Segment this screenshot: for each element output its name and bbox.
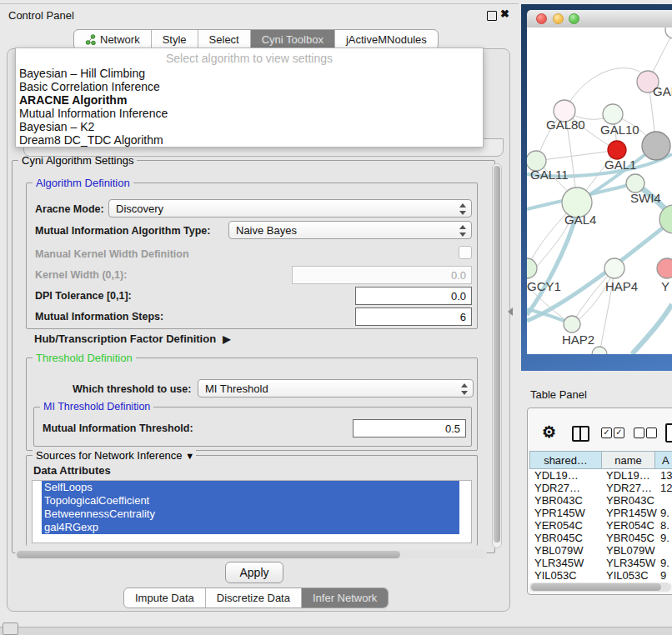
cell-value: 9. <box>660 532 669 544</box>
columns-icon[interactable] <box>572 426 589 442</box>
cell-shared: YER054C <box>534 519 583 532</box>
tab-jactivemnodules[interactable]: jActiveMNodules <box>334 30 438 49</box>
table-row[interactable]: YPR145WYPR145W9. <box>529 507 672 519</box>
tab-discretize-data[interactable]: Discretize Data <box>205 588 301 608</box>
mi-steps-field[interactable]: 6 <box>355 308 472 326</box>
checked-checkbox-icon[interactable]: ✓ <box>614 428 624 438</box>
tab-cyni-toolbox-label: Cyni Toolbox <box>262 33 323 46</box>
checked-checkbox-icon[interactable]: ✓ <box>601 428 612 438</box>
network-node-hap2[interactable] <box>564 316 580 332</box>
collapse-arrow-icon[interactable]: ▼ <box>185 451 194 461</box>
network-node-gcy1[interactable] <box>527 258 537 278</box>
bottom-left-mini-button[interactable] <box>3 622 18 635</box>
hub-transcription-expander[interactable]: Hub/Transcription Factor Definition▶ <box>34 332 230 345</box>
network-canvas[interactable]: GAL GAL80 GAL10 GAL1 GAL11 SWI4 GAL4 GCY… <box>527 28 672 354</box>
tab-network[interactable]: Network <box>74 30 151 49</box>
tab-impute-data[interactable]: Impute Data <box>124 588 205 608</box>
mi-algorithm-type-label: Mutual Information Algorithm Type: <box>35 225 210 237</box>
data-attribute-item[interactable]: TopologicalCoefficient <box>42 494 459 508</box>
dpi-tolerance-field[interactable]: 0.0 <box>355 287 472 305</box>
close-icon[interactable]: ✖ <box>500 8 509 20</box>
network-node-gal10[interactable] <box>603 104 623 124</box>
algorithm-definition-title: Algorithm Definition <box>33 177 133 189</box>
traffic-light-minimize-icon[interactable] <box>553 13 564 24</box>
algorithm-option[interactable]: Basic Correlation Inference <box>16 80 483 93</box>
data-attribute-item[interactable]: gal4RGexp <box>42 521 459 534</box>
mi-threshold-field[interactable]: 0.5 <box>353 419 466 438</box>
data-attribute-item[interactable]: BetweennessCentrality <box>42 508 459 521</box>
network-node[interactable] <box>665 28 672 38</box>
cell-value: 9 <box>660 569 666 582</box>
cell-value: 8. <box>660 519 669 532</box>
mi-algorithm-type-select[interactable]: Naive Bayes <box>228 221 472 239</box>
algorithm-option[interactable]: Dream8 DC_TDC Algorithm <box>16 133 483 147</box>
table-row[interactable]: YBR045CYBR045C9. <box>529 532 672 544</box>
tab-select-label: Select <box>209 33 239 46</box>
column-header-shared-label: shared… <box>544 454 588 467</box>
node-label: GAL1 <box>604 158 636 172</box>
column-header-name-label: name <box>614 454 642 467</box>
node-label: GAL <box>653 84 672 98</box>
network-node-hap4[interactable] <box>604 258 624 278</box>
table-row[interactable]: YIL053CYIL053C9 <box>529 569 672 582</box>
network-node-swi4[interactable] <box>626 174 644 192</box>
column-header-name[interactable]: name <box>601 451 655 469</box>
which-threshold-label: Which threshold to use: <box>73 383 191 395</box>
settings-vertical-scrollbar[interactable] <box>492 163 502 548</box>
tab-infer-network[interactable]: Infer Network <box>301 588 388 608</box>
cell-name: YLR345W <box>606 557 655 569</box>
table-row[interactable]: YBR043CYBR043C <box>529 494 672 507</box>
threshold-definition-title: Threshold Definition <box>33 352 136 364</box>
panel-divider-collapse-icon[interactable] <box>508 308 513 316</box>
which-threshold-select[interactable]: MI Threshold <box>198 379 474 398</box>
algorithm-option[interactable]: Mutual Information Inference <box>16 107 483 120</box>
aracne-mode-select[interactable]: Discovery <box>108 199 472 218</box>
column-header-shared[interactable]: shared… <box>529 451 602 469</box>
table-scrollbar-thumb[interactable] <box>531 583 661 591</box>
network-edge[interactable] <box>564 68 648 111</box>
settings-horizontal-scrollbar[interactable] <box>15 550 487 559</box>
network-graph: GAL GAL80 GAL10 GAL1 GAL11 SWI4 GAL4 GCY… <box>527 28 672 354</box>
unchecked-checkbox-icon[interactable] <box>634 428 644 438</box>
network-window-titlebar[interactable] <box>527 10 672 28</box>
tab-cyni-toolbox[interactable]: Cyni Toolbox <box>250 30 334 49</box>
tab-infer-network-label: Infer Network <box>313 592 377 604</box>
tab-select[interactable]: Select <box>198 30 250 49</box>
tab-style[interactable]: Style <box>151 30 198 49</box>
data-attribute-item[interactable]: SelfLoops <box>42 481 459 494</box>
traffic-light-close-icon[interactable] <box>536 13 547 24</box>
table-row[interactable]: YBL079WYBL079W <box>529 544 672 557</box>
algorithm-option[interactable]: Bayesian – Hill Climbing <box>16 67 483 80</box>
manual-kernel-checkbox[interactable] <box>459 246 472 259</box>
application-root: Control Panel ✖ Network Style Select Cyn… <box>0 0 672 635</box>
cell-shared: YDL19… <box>534 469 579 482</box>
mi-threshold-value: 0.5 <box>445 422 460 435</box>
apply-button[interactable]: Apply <box>225 562 283 583</box>
document-icon[interactable] <box>665 423 672 442</box>
network-node-y-cut[interactable] <box>657 258 672 278</box>
gear-icon[interactable]: ⚙ <box>542 422 556 442</box>
algorithm-option[interactable]: Bayesian – K2 <box>16 120 483 133</box>
float-window-icon[interactable] <box>487 11 497 21</box>
node-label: GCY1 <box>527 279 561 293</box>
horizontal-scrollbar-thumb[interactable] <box>17 551 400 558</box>
mi-threshold-group: MI Threshold Definition Mutual Informati… <box>33 407 472 447</box>
network-node[interactable] <box>592 347 607 354</box>
network-node-gray[interactable] <box>642 132 670 160</box>
table-row[interactable]: YLR345WYLR345W9. <box>529 557 672 569</box>
table-row[interactable]: YER054CYER054C8. <box>529 519 672 532</box>
cell-shared: YPR145W <box>534 507 585 519</box>
network-node-gal1[interactable] <box>608 141 626 159</box>
algorithm-option-selected[interactable]: ARACNE Algorithm <box>16 93 483 107</box>
spinner-arrows-icon <box>459 202 466 216</box>
table-row[interactable]: YDR27…YDR27…12 <box>529 482 672 494</box>
column-header-partial[interactable]: A <box>654 451 672 469</box>
cell-name: YDL19… <box>606 469 650 482</box>
unchecked-checkbox-icon[interactable] <box>646 428 657 438</box>
vertical-scrollbar-thumb[interactable] <box>494 166 500 542</box>
network-edge[interactable] <box>632 304 672 354</box>
table-row[interactable]: YDL19…YDL19…13 <box>529 469 672 482</box>
traffic-light-zoom-icon[interactable] <box>569 13 579 24</box>
table-horizontal-scrollbar[interactable] <box>529 582 671 592</box>
network-window: GAL GAL80 GAL10 GAL1 GAL11 SWI4 GAL4 GCY… <box>527 10 672 354</box>
